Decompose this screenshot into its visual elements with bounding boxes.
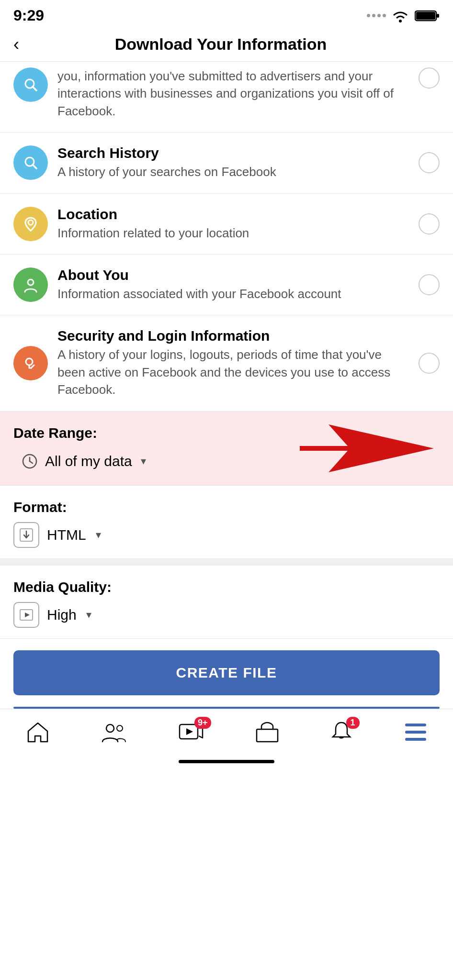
home-bar (179, 760, 274, 763)
svg-point-19 (106, 724, 114, 732)
security-text: Security and Login Information A history… (57, 328, 409, 398)
svg-marker-18 (25, 612, 30, 617)
friends-icon (101, 721, 127, 744)
media-quality-value: High (47, 607, 77, 623)
format-value: HTML (47, 527, 86, 543)
svg-point-20 (117, 725, 123, 731)
annotation-arrow (300, 420, 434, 477)
home-icon (25, 721, 50, 744)
svg-marker-22 (186, 728, 193, 735)
battery-icon (415, 9, 440, 22)
partial-radio[interactable] (419, 67, 440, 89)
partial-item-text: you, information you've submitted to adv… (57, 67, 409, 120)
create-btn-container: CREATE FILE (0, 639, 453, 707)
about-you-title: About You (57, 267, 409, 283)
create-file-button[interactable]: CREATE FILE (13, 650, 440, 695)
clock-icon (21, 453, 38, 470)
date-range-value: All of my data (45, 453, 132, 469)
svg-rect-23 (257, 729, 278, 742)
security-title: Security and Login Information (57, 328, 409, 344)
about-you-icon (13, 267, 48, 302)
wifi-icon (391, 9, 410, 23)
svg-rect-2 (437, 14, 439, 18)
download-icon (19, 528, 34, 542)
nav-item-notifications[interactable]: 1 (320, 718, 362, 746)
search-history-text: Search History A history of your searche… (57, 145, 409, 180)
search-history-radio[interactable] (419, 152, 440, 173)
format-label: Format: (13, 499, 440, 515)
search-history-desc: A history of your searches on Facebook (57, 163, 409, 180)
nav-item-marketplace[interactable] (245, 718, 289, 746)
nav-item-home[interactable] (16, 718, 60, 746)
security-icon (13, 346, 48, 380)
status-bar: 9:29 (0, 0, 453, 27)
date-range-control[interactable]: All of my data ▾ (13, 448, 154, 475)
media-quality-label: Media Quality: (13, 579, 440, 595)
nav-item-menu[interactable] (394, 718, 438, 746)
search-history-title: Search History (57, 145, 409, 161)
partial-item-icon (13, 67, 48, 102)
svg-line-5 (33, 87, 36, 90)
location-text: Location Information related to your loc… (57, 206, 409, 242)
svg-point-9 (28, 279, 34, 285)
location-desc: Information related to your location (57, 224, 409, 242)
svg-line-13 (30, 461, 33, 463)
format-section: Format: HTML ▾ (0, 486, 453, 559)
film-icon (19, 608, 34, 622)
status-icons (367, 9, 440, 23)
section-divider (0, 559, 453, 566)
about-you-radio[interactable] (419, 274, 440, 295)
search-history-icon (13, 145, 48, 180)
bottom-nav: 9+ 1 (0, 709, 453, 753)
svg-rect-3 (416, 12, 435, 20)
svg-line-7 (33, 165, 36, 168)
location-icon (13, 207, 48, 241)
partial-list-item: you, information you've submitted to adv… (0, 62, 453, 133)
menu-icon (403, 721, 428, 744)
date-range-section: Date Range: All of my data ▾ (0, 412, 453, 486)
svg-rect-26 (405, 738, 426, 741)
signal-icon (367, 14, 386, 17)
nav-item-friends[interactable] (91, 718, 137, 746)
media-quality-icon-box (13, 602, 39, 628)
location-title: Location (57, 206, 409, 223)
status-time: 9:29 (13, 7, 44, 24)
about-you-desc: Information associated with your Faceboo… (57, 285, 409, 302)
svg-point-8 (28, 220, 33, 225)
security-desc: A history of your logins, logouts, perio… (57, 346, 409, 398)
svg-rect-25 (405, 731, 426, 734)
svg-point-10 (26, 358, 33, 365)
list-item-security: Security and Login Information A history… (0, 315, 453, 411)
page-title: Download Your Information (29, 35, 413, 54)
marketplace-icon (255, 721, 280, 744)
svg-rect-24 (405, 724, 426, 726)
media-quality-section: Media Quality: High ▾ (0, 566, 453, 639)
format-icon-box (13, 522, 39, 548)
notifications-badge: 1 (346, 717, 360, 729)
list-item-about-you: About You Information associated with yo… (0, 255, 453, 315)
home-indicator (0, 753, 453, 768)
nav-item-watch[interactable]: 9+ (168, 718, 214, 746)
back-button[interactable]: ‹ (13, 36, 29, 53)
format-control[interactable]: HTML ▾ (13, 522, 440, 548)
format-arrow[interactable]: ▾ (96, 529, 101, 541)
date-range-arrow[interactable]: ▾ (141, 455, 146, 468)
media-quality-arrow[interactable]: ▾ (86, 609, 91, 621)
location-radio[interactable] (419, 213, 440, 234)
media-quality-control[interactable]: High ▾ (13, 602, 440, 628)
svg-point-0 (399, 20, 402, 22)
about-you-text: About You Information associated with yo… (57, 267, 409, 302)
list-item-search-history: Search History A history of your searche… (0, 133, 453, 193)
header: ‹ Download Your Information (0, 27, 453, 62)
watch-badge: 9+ (194, 717, 211, 729)
security-radio[interactable] (419, 353, 440, 374)
list-item-location: Location Information related to your loc… (0, 194, 453, 255)
svg-marker-14 (300, 424, 434, 472)
